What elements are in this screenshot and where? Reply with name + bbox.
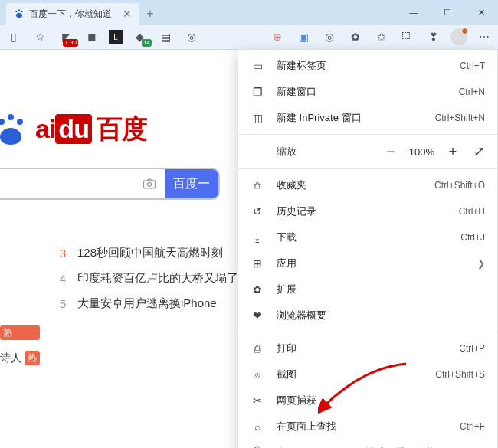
image-icon[interactable]: ▣ [294,28,313,46]
new-tab-button[interactable]: + [139,3,161,25]
menu-item-label: 收藏夹 [277,178,434,192]
menu-item-shortcut: Ctrl+Shift+N [435,113,485,123]
fullscreen-button[interactable]: ⤢ [471,143,487,160]
menu-item-label: 截图 [277,368,435,381]
inprivate-icon: ▥ [249,112,266,124]
menu-item-label: 下载 [277,231,460,244]
hot-text: 128秒回顾中国航天高燃时刻 [77,246,223,260]
zoom-out-button[interactable]: − [383,144,398,160]
profile-avatar[interactable] [450,28,467,45]
menu-item-shortcut: Ctrl+H [459,206,485,217]
favorites-star-icon[interactable]: ☆ [31,28,49,46]
paw-icon [0,111,29,148]
menu-item-print[interactable]: ⎙ 打印 Ctrl+P [238,335,497,361]
search-input[interactable] [0,169,134,198]
hot-text: 印度耗资百亿卢比的大桥又塌了 [77,271,238,286]
menu-item-label: 历史记录 [277,204,459,218]
print-icon: ⎙ [249,342,266,355]
favorites-bar-icon[interactable]: ✩ [372,28,391,46]
read-aloud-icon[interactable]: ▯ [5,28,23,46]
menu-item-shortcut: Ctrl+N [459,87,485,97]
logo-text-cn: 百度 [97,112,147,147]
menu-item-perf[interactable]: ❤ 浏览器概要 [238,302,497,329]
menu-item-apps[interactable]: ⊞ 应用 ❯ [238,250,497,276]
menu-item-shortcut: Ctrl+P [459,343,485,354]
side-tag-text: 诗人 [0,352,21,365]
menu-item-shortcut: Ctrl+T [460,60,485,71]
find-icon: ⌕ [249,420,266,433]
logo-text-en-right: du [55,114,92,144]
menu-item-window[interactable]: ❐ 新建窗口 Ctrl+N [238,79,497,105]
menu-item-capture[interactable]: ⟐ 截图 Ctrl+Shift+S [238,361,497,388]
window-icon: ❐ [249,86,266,98]
menu-item-ie: ⓔ 在 Internet Explorer 模式下重新加载 [238,440,497,448]
tab-title: 百度一下，你就知道 [29,8,112,21]
menu-item-label: 在页面上查找 [277,420,460,433]
note-icon[interactable]: ◎ [320,28,339,46]
badge-red: 1.30 [63,39,78,47]
menu-separator [238,134,497,135]
menu-item-find[interactable]: ⌕ 在页面上查找 Ctrl+F [238,414,497,440]
menu-item-inprivate[interactable]: ▥ 新建 InPrivate 窗口 Ctrl+Shift+N [238,105,497,131]
hot-tag: 热 [25,351,40,365]
download-icon: ⭳ [249,231,266,244]
collections-icon[interactable]: ⿻ [398,28,417,46]
menu-item-label: 新建 InPrivate 窗口 [277,111,435,125]
ext-camera-icon[interactable]: ◎ [182,28,201,46]
browser-tab[interactable]: 百度一下，你就知道 ✕ [6,3,139,25]
ext-l-icon[interactable]: L [109,30,123,44]
menu-item-star[interactable]: ✩ 收藏夹 Ctrl+Shift+O [238,172,497,198]
webcap-icon: ✂ [249,394,266,407]
side-tags: 热 诗人 热 [0,325,40,365]
star-icon: ✩ [249,179,266,191]
history-icon: ↺ [249,205,266,217]
ext-icon: ✿ [249,283,266,296]
hot-rank: 3 [57,247,68,260]
menu-item-label: 新建窗口 [277,85,459,99]
zoom-row: 缩放 − 100% + ⤢ [238,138,497,165]
puzzle-icon[interactable]: ✿ [346,28,365,46]
menu-item-label: 打印 [277,342,459,355]
titlebar: 百度一下，你就知道 ✕ + — ☐ ✕ [0,0,498,25]
badge-green: 14 [142,39,152,47]
maximize-button[interactable]: ☐ [431,0,464,25]
ext-green-icon[interactable]: ◆14 [130,28,149,46]
perf-icon: ❤ [249,309,266,322]
capture-icon: ⟐ [249,368,266,381]
menu-item-shortcut: Ctrl+Shift+O [434,180,485,191]
settings-and-more-button[interactable]: ⋯ [475,28,493,46]
settings-and-more-menu: ▭ 新建标签页 Ctrl+T ❐ 新建窗口 Ctrl+N ▥ 新建 InPriv… [238,49,498,448]
ext-red-icon[interactable]: ◩1.30 [57,28,75,46]
ext-black-icon[interactable]: ◼ [83,28,101,46]
menu-separator [238,168,497,169]
tab-icon: ▭ [249,60,266,72]
camera-icon[interactable] [134,169,165,198]
search-button[interactable]: 百度一 [165,169,218,198]
minimize-button[interactable]: — [397,0,431,25]
hot-rank: 5 [57,297,68,310]
close-tab-icon[interactable]: ✕ [123,8,132,20]
logo-text-en-left: ai [35,114,55,144]
menu-item-ext[interactable]: ✿ 扩展 [238,276,497,302]
menu-item-label: 浏览器概要 [277,309,485,322]
menu-item-shortcut: Ctrl+F [460,421,485,432]
svg-point-1 [148,182,152,186]
menu-item-webcap[interactable]: ✂ 网页捕获 [238,388,497,414]
hot-rank: 4 [57,272,68,285]
menu-item-label: 扩展 [277,283,485,296]
menu-separator [238,332,497,332]
browser-toolbar: ▯ ☆ ◩1.30 ◼ L ◆14 ▤ ◎ ⊕ ▣ ◎ ✿ ✩ ⿻ ❣ ⋯ [0,25,498,50]
menu-item-download[interactable]: ⭳ 下载 Ctrl+J [238,224,497,250]
zoom-in-button[interactable]: + [445,144,460,160]
close-window-button[interactable]: ✕ [464,0,498,25]
menu-item-history[interactable]: ↺ 历史记录 Ctrl+H [238,198,497,224]
menu-item-shortcut: Ctrl+Shift+S [435,369,485,380]
ext-image-icon[interactable]: ▤ [156,28,175,46]
chevron-right-icon: ❯ [477,258,485,269]
add-icon[interactable]: ⊕ [268,28,287,46]
apps-icon: ⊞ [249,257,266,270]
menu-item-tab[interactable]: ▭ 新建标签页 Ctrl+T [238,53,497,79]
zoom-percent: 100% [409,146,434,158]
hot-tag: 热 [0,325,40,340]
heart-icon[interactable]: ❣ [424,28,443,46]
